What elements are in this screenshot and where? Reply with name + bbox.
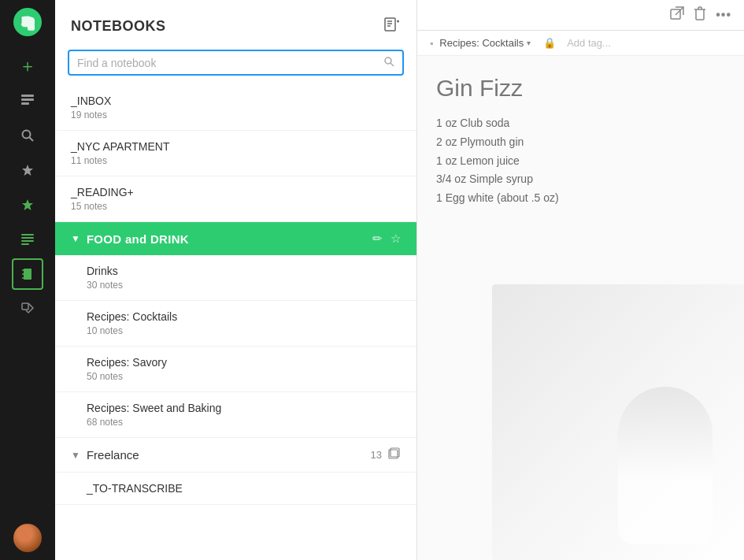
notebook-count: 15 notes <box>71 201 401 212</box>
notebook-name: Drinks <box>87 265 401 277</box>
notebook-count: 68 notes <box>87 417 401 428</box>
svg-rect-2 <box>21 98 34 101</box>
search-nav-icon[interactable] <box>12 120 43 151</box>
star-stack-icon[interactable]: ☆ <box>391 232 401 246</box>
notebooks-header: NOTEBOOKS <box>55 0 416 50</box>
body-line-3: 1 oz Lemon juice <box>436 152 725 171</box>
new-note-nav-icon[interactable]: ＋ <box>12 50 43 82</box>
svg-rect-10 <box>24 269 31 280</box>
stack-header-left: ▼ Freelance <box>71 448 139 462</box>
stack-food-children: Drinks 30 notes Recipes: Cocktails 10 no… <box>55 255 416 438</box>
notebook-item-inbox[interactable]: _INBOX 19 notes <box>55 85 416 131</box>
svg-point-4 <box>23 131 31 139</box>
svg-line-22 <box>391 63 394 66</box>
notebooks-title: NOTEBOOKS <box>71 18 166 35</box>
tag-placeholder[interactable]: Add tag... <box>567 37 611 49</box>
note-meta-bar: ▪ Recipes: Cocktails ▾ 🔒 Add tag... <box>417 31 744 56</box>
svg-rect-7 <box>21 237 34 239</box>
svg-line-5 <box>30 138 34 142</box>
notebook-item-nyc[interactable]: _NYC APARTMENT 11 notes <box>55 131 416 176</box>
delete-icon[interactable] <box>694 6 706 24</box>
svg-rect-3 <box>21 102 29 105</box>
glass-decoration <box>618 387 713 544</box>
evernote-logo[interactable] <box>13 8 42 36</box>
notebook-item-cocktails[interactable]: Recipes: Cocktails 10 notes <box>55 301 416 347</box>
stack-freelance[interactable]: ▼ Freelance 13 <box>55 438 416 473</box>
stack-header-left: ▼ FOOD and DRINK <box>71 232 189 246</box>
notebook-count: 30 notes <box>87 280 401 291</box>
chevron-tag-icon: ▾ <box>527 39 531 47</box>
notes-nav-icon[interactable] <box>12 85 43 117</box>
notebook-item-to-transcribe[interactable]: _TO-TRANSCRIBE <box>55 473 416 505</box>
notebook-name: _READING+ <box>71 186 401 198</box>
stack-food-and-drink[interactable]: ▼ FOOD and DRINK ✏ ☆ <box>55 222 416 255</box>
stack-name: FOOD and DRINK <box>87 232 189 246</box>
star-nav-icon[interactable] <box>12 189 43 221</box>
notebook-count: 11 notes <box>71 155 401 166</box>
notebook-name: Recipes: Savory <box>87 356 401 369</box>
notebook-name: Recipes: Sweet and Baking <box>87 402 401 414</box>
notebook-tag-label: Recipes: Cocktails <box>439 37 524 49</box>
freelance-count: 13 <box>371 449 382 461</box>
notebook-item-savory[interactable]: Recipes: Savory 50 notes <box>55 347 416 392</box>
notebook-item-reading[interactable]: _READING+ 15 notes <box>55 176 416 222</box>
search-bar[interactable] <box>68 50 404 76</box>
notebook-tag[interactable]: Recipes: Cocktails ▾ <box>439 37 531 49</box>
svg-rect-15 <box>385 18 395 31</box>
notebook-breadcrumb-icon: ▪ <box>430 38 433 49</box>
svg-rect-9 <box>21 243 29 245</box>
list-nav-icon[interactable] <box>12 224 43 255</box>
notebook-count: 10 notes <box>87 325 401 336</box>
body-line-5: 1 Egg white (about .5 oz) <box>436 189 725 208</box>
edit-stack-icon[interactable]: ✏ <box>372 232 383 246</box>
icon-sidebar: ＋ <box>0 0 55 560</box>
notebook-nav-icon[interactable] <box>12 258 43 290</box>
note-editor-panel: ••• ▪ Recipes: Cocktails ▾ 🔒 Add tag... … <box>417 0 744 560</box>
notebook-name: _TO-TRANSCRIBE <box>87 482 401 495</box>
body-line-1: 1 oz Club soda <box>436 114 725 133</box>
add-notebook-icon[interactable] <box>383 16 401 37</box>
notebook-name: _INBOX <box>71 95 401 107</box>
svg-rect-6 <box>21 234 34 235</box>
notebook-item-baking[interactable]: Recipes: Sweet and Baking 68 notes <box>55 392 416 438</box>
lock-icon: 🔒 <box>543 37 556 49</box>
note-title[interactable]: Gin Fizz <box>436 75 725 102</box>
svg-rect-14 <box>22 303 28 310</box>
notebook-name: _NYC APARTMENT <box>71 140 401 153</box>
note-image-area <box>492 284 744 560</box>
notebook-name: Recipes: Cocktails <box>87 310 401 323</box>
stack-name: Freelance <box>87 448 139 462</box>
more-options-icon[interactable]: ••• <box>716 8 731 22</box>
notebooks-stack-icon <box>388 447 401 462</box>
tag-nav-icon[interactable] <box>12 293 43 325</box>
notebook-count: 19 notes <box>71 109 401 121</box>
search-icon <box>383 56 394 69</box>
shortcuts-nav-icon[interactable] <box>12 154 43 186</box>
stack-right-info: 13 <box>371 447 401 462</box>
share-icon[interactable] <box>670 6 684 24</box>
stack-actions: ✏ ☆ <box>372 232 401 246</box>
note-title-area: Gin Fizz <box>417 56 744 108</box>
svg-rect-8 <box>21 240 34 242</box>
body-line-2: 2 oz Plymouth gin <box>436 133 725 152</box>
chevron-right-icon: ▼ <box>71 450 80 461</box>
search-input[interactable] <box>77 57 377 69</box>
note-toolbar: ••• <box>417 0 744 31</box>
svg-point-21 <box>385 57 391 64</box>
notebook-count: 50 notes <box>87 371 401 382</box>
notebook-item-drinks[interactable]: Drinks 30 notes <box>55 255 416 301</box>
chevron-down-icon: ▼ <box>71 233 80 244</box>
notebooks-panel: NOTEBOOKS _INBOX 19 notes _NYC APARTMENT… <box>55 0 417 560</box>
svg-rect-1 <box>21 95 34 97</box>
body-line-4: 3/4 oz Simple syrup <box>436 170 725 189</box>
note-body[interactable]: 1 oz Club soda 2 oz Plymouth gin 1 oz Le… <box>417 108 744 214</box>
user-avatar[interactable] <box>13 524 42 552</box>
